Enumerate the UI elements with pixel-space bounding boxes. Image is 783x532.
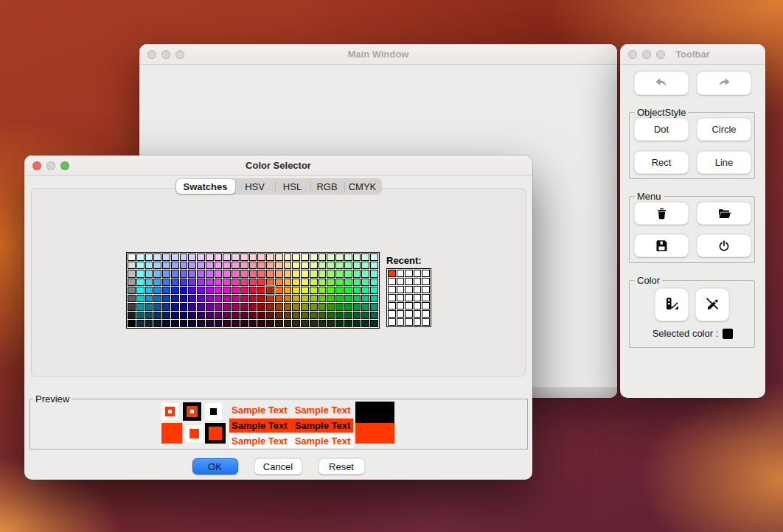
recent-color-cell[interactable] [405, 270, 413, 277]
swatch-cell[interactable] [249, 287, 257, 294]
swatch-cell[interactable] [136, 270, 145, 277]
swatch-cell[interactable] [319, 287, 327, 294]
swatch-cell[interactable] [361, 303, 369, 310]
swatch-cell[interactable] [310, 295, 318, 302]
swatch-cell[interactable] [171, 320, 179, 327]
swatch-cell[interactable] [344, 253, 352, 261]
swatch-cell[interactable] [153, 262, 161, 269]
swatch-cell[interactable] [223, 287, 231, 294]
swatch-cell[interactable] [232, 287, 240, 294]
swatch-cell[interactable] [292, 262, 300, 269]
swatch-cell[interactable] [240, 303, 248, 310]
recent-color-cell[interactable] [388, 270, 396, 277]
swatch-cell[interactable] [162, 312, 170, 319]
swatch-cell[interactable] [197, 270, 205, 277]
swatch-cell[interactable] [327, 312, 335, 319]
swatch-cell[interactable] [145, 295, 153, 302]
swatch-cell[interactable] [145, 312, 153, 319]
swatch-cell[interactable] [162, 287, 170, 294]
swatch-cell[interactable] [292, 287, 300, 294]
swatch-cell[interactable] [292, 253, 300, 261]
swatch-cell[interactable] [292, 270, 300, 277]
swatch-cell[interactable] [153, 279, 161, 286]
swatch-cell[interactable] [292, 295, 300, 302]
swatch-cell[interactable] [319, 253, 327, 261]
swatch-cell[interactable] [301, 253, 309, 261]
tab-hsl[interactable]: HSL [275, 179, 310, 194]
swatch-cell[interactable] [327, 262, 335, 269]
swatch-cell[interactable] [249, 253, 257, 261]
swatch-cell[interactable] [257, 279, 265, 286]
swatch-cell[interactable] [319, 270, 327, 277]
swatch-cell[interactable] [310, 279, 318, 286]
swatch-cell[interactable] [310, 312, 318, 319]
open-button[interactable] [697, 202, 751, 225]
reset-button[interactable]: Reset [319, 458, 365, 475]
zoom-button[interactable] [656, 50, 665, 59]
swatch-cell[interactable] [353, 312, 361, 319]
swatch-cell[interactable] [180, 262, 188, 269]
swatch-cell[interactable] [232, 312, 240, 319]
swatch-cell[interactable] [361, 253, 369, 261]
swatch-cell[interactable] [275, 303, 283, 310]
recent-color-cell[interactable] [388, 310, 396, 318]
swatch-cell[interactable] [162, 295, 170, 302]
swatch-cell[interactable] [344, 279, 352, 286]
swatch-cell[interactable] [136, 295, 145, 302]
swatch-cell[interactable] [257, 312, 265, 319]
swatch-cell[interactable] [249, 295, 257, 302]
pick-color-button[interactable] [655, 288, 689, 321]
swatch-cell[interactable] [206, 303, 214, 310]
swatch-cell[interactable] [180, 312, 188, 319]
swatch-cell[interactable] [370, 312, 378, 319]
swatch-cell[interactable] [275, 287, 283, 294]
swatch-cell[interactable] [188, 312, 196, 319]
swatch-cell[interactable] [370, 270, 378, 277]
swatch-cell[interactable] [188, 320, 196, 327]
swatch-cell[interactable] [240, 270, 248, 277]
no-color-button[interactable] [695, 288, 729, 321]
swatch-cell[interactable] [145, 303, 153, 310]
tab-cmyk[interactable]: CMYK [344, 179, 381, 194]
swatch-cell[interactable] [292, 320, 300, 327]
swatch-cell[interactable] [344, 303, 352, 310]
swatch-cell[interactable] [180, 270, 188, 277]
rect-button[interactable]: Rect [634, 151, 689, 174]
swatch-cell[interactable] [344, 312, 352, 319]
swatch-cell[interactable] [292, 279, 300, 286]
swatch-cell[interactable] [145, 287, 153, 294]
swatch-cell[interactable] [275, 253, 283, 261]
swatch-cell[interactable] [327, 253, 335, 261]
swatch-cell[interactable] [197, 262, 205, 269]
swatch-cell[interactable] [128, 279, 136, 286]
swatch-cell[interactable] [215, 262, 223, 269]
swatch-cell[interactable] [206, 320, 214, 327]
recent-color-cell[interactable] [397, 294, 405, 301]
swatch-cell[interactable] [319, 312, 327, 319]
minimize-button[interactable] [642, 50, 651, 59]
swatch-cell[interactable] [310, 262, 318, 269]
recent-color-cell[interactable] [397, 318, 405, 326]
swatch-cell[interactable] [171, 295, 179, 302]
swatch-cell[interactable] [353, 262, 361, 269]
swatch-cell[interactable] [292, 312, 300, 319]
swatch-cell[interactable] [215, 287, 223, 294]
swatch-cell[interactable] [128, 262, 136, 269]
recent-color-cell[interactable] [422, 294, 430, 301]
swatch-cell[interactable] [301, 270, 309, 277]
swatch-cell[interactable] [206, 295, 214, 302]
swatch-cell[interactable] [188, 262, 196, 269]
swatch-cell[interactable] [353, 253, 361, 261]
swatch-cell[interactable] [128, 253, 136, 261]
swatch-cell[interactable] [353, 295, 361, 302]
swatch-cell[interactable] [327, 279, 335, 286]
swatch-cell[interactable] [370, 295, 378, 302]
swatch-cell[interactable] [232, 279, 240, 286]
ok-button[interactable]: OK [192, 458, 238, 475]
swatch-cell[interactable] [180, 303, 188, 310]
swatch-cell[interactable] [136, 303, 145, 310]
swatch-cell[interactable] [327, 295, 335, 302]
close-button[interactable] [147, 50, 156, 59]
swatch-cell[interactable] [153, 270, 161, 277]
swatch-cell[interactable] [136, 279, 145, 286]
